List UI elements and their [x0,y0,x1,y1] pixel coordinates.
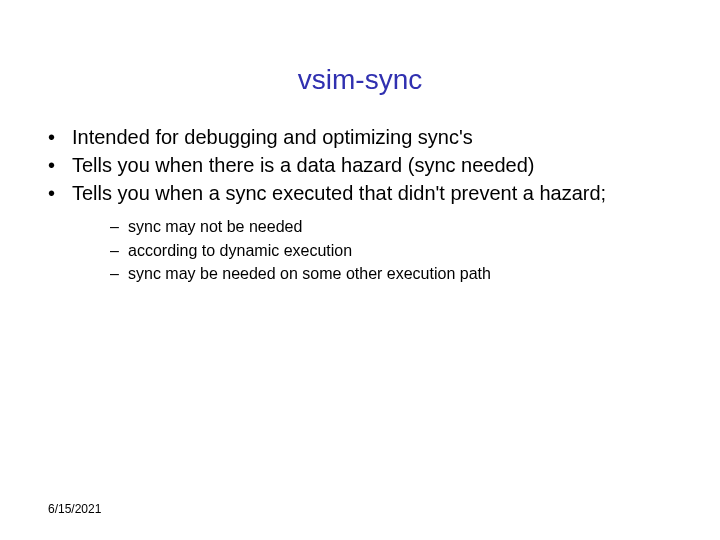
footer-date: 6/15/2021 [48,502,101,516]
list-item: Tells you when there is a data hazard (s… [48,152,680,178]
list-item: sync may be needed on some other executi… [110,263,720,285]
list-item: Intended for debugging and optimizing sy… [48,124,680,150]
list-item: sync may not be needed [110,216,720,238]
main-bullet-list: Intended for debugging and optimizing sy… [0,124,720,206]
sub-bullet-list: sync may not be needed according to dyna… [0,216,720,285]
list-item: Tells you when a sync executed that didn… [48,180,680,206]
slide-title: vsim-sync [0,0,720,124]
list-item: according to dynamic execution [110,240,720,262]
